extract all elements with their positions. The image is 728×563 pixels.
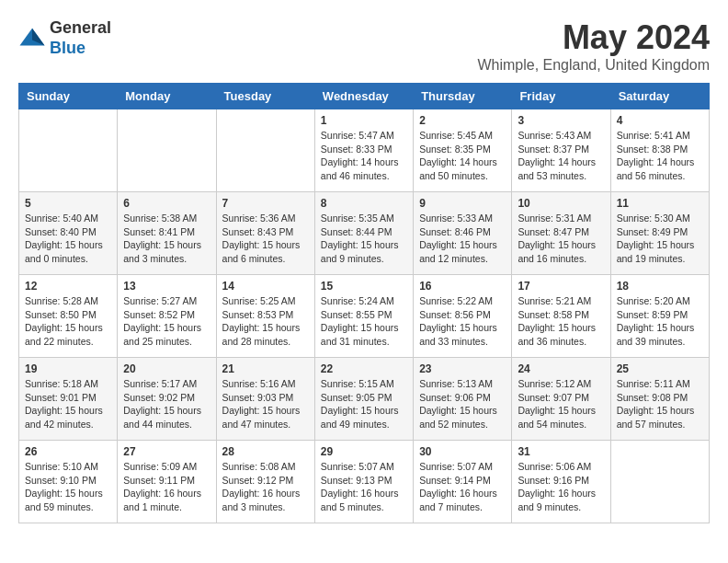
day-number: 31	[518, 445, 604, 458]
calendar-cell: 19Sunrise: 5:18 AM Sunset: 9:01 PM Dayli…	[19, 358, 118, 441]
day-info: Sunrise: 5:27 AM Sunset: 8:52 PM Dayligh…	[123, 294, 210, 349]
day-info: Sunrise: 5:15 AM Sunset: 9:05 PM Dayligh…	[321, 377, 407, 431]
day-number: 19	[25, 362, 111, 375]
header-day-monday: Monday	[118, 84, 216, 109]
day-info: Sunrise: 5:11 AM Sunset: 9:08 PM Dayligh…	[617, 377, 703, 431]
calendar-cell	[216, 109, 314, 192]
day-number: 7	[222, 197, 309, 210]
calendar-cell: 9Sunrise: 5:33 AM Sunset: 8:46 PM Daylig…	[414, 192, 512, 275]
header-day-wednesday: Wednesday	[314, 84, 413, 109]
day-info: Sunrise: 5:07 AM Sunset: 9:13 PM Dayligh…	[321, 460, 407, 514]
calendar-cell: 25Sunrise: 5:11 AM Sunset: 9:08 PM Dayli…	[610, 358, 709, 441]
day-number: 9	[419, 197, 506, 210]
week-row-2: 5Sunrise: 5:40 AM Sunset: 8:40 PM Daylig…	[19, 192, 710, 275]
calendar-cell: 16Sunrise: 5:22 AM Sunset: 8:56 PM Dayli…	[414, 275, 512, 358]
calendar-cell: 5Sunrise: 5:40 AM Sunset: 8:40 PM Daylig…	[19, 192, 118, 275]
logo-general: General	[50, 18, 111, 37]
logo-text: General Blue	[50, 18, 111, 58]
day-info: Sunrise: 5:06 AM Sunset: 9:16 PM Dayligh…	[518, 460, 604, 514]
day-number: 12	[25, 280, 111, 293]
logo: General Blue	[18, 18, 111, 58]
calendar-cell: 4Sunrise: 5:41 AM Sunset: 8:38 PM Daylig…	[610, 109, 709, 192]
day-info: Sunrise: 5:12 AM Sunset: 9:07 PM Dayligh…	[518, 377, 604, 431]
day-number: 25	[617, 362, 703, 375]
day-info: Sunrise: 5:31 AM Sunset: 8:47 PM Dayligh…	[518, 212, 604, 266]
calendar-cell: 21Sunrise: 5:16 AM Sunset: 9:03 PM Dayli…	[216, 358, 314, 441]
day-info: Sunrise: 5:18 AM Sunset: 9:01 PM Dayligh…	[25, 377, 111, 431]
calendar-cell: 8Sunrise: 5:35 AM Sunset: 8:44 PM Daylig…	[314, 192, 413, 275]
calendar-cell: 6Sunrise: 5:38 AM Sunset: 8:41 PM Daylig…	[118, 192, 216, 275]
day-info: Sunrise: 5:20 AM Sunset: 8:59 PM Dayligh…	[617, 294, 703, 349]
day-number: 18	[617, 280, 703, 293]
day-number: 15	[321, 280, 407, 293]
calendar-cell: 13Sunrise: 5:27 AM Sunset: 8:52 PM Dayli…	[118, 275, 216, 358]
day-info: Sunrise: 5:45 AM Sunset: 8:35 PM Dayligh…	[419, 129, 506, 183]
header-day-sunday: Sunday	[19, 84, 118, 109]
calendar-cell: 28Sunrise: 5:08 AM Sunset: 9:12 PM Dayli…	[216, 441, 314, 523]
day-number: 30	[419, 445, 506, 458]
day-info: Sunrise: 5:25 AM Sunset: 8:53 PM Dayligh…	[222, 294, 309, 349]
day-info: Sunrise: 5:24 AM Sunset: 8:55 PM Dayligh…	[321, 294, 407, 349]
month-title: May 2024	[477, 18, 710, 57]
day-number: 4	[617, 114, 703, 127]
day-info: Sunrise: 5:40 AM Sunset: 8:40 PM Dayligh…	[25, 212, 111, 266]
calendar-cell: 11Sunrise: 5:30 AM Sunset: 8:49 PM Dayli…	[610, 192, 709, 275]
day-info: Sunrise: 5:41 AM Sunset: 8:38 PM Dayligh…	[617, 129, 703, 183]
day-info: Sunrise: 5:43 AM Sunset: 8:37 PM Dayligh…	[518, 129, 604, 183]
day-info: Sunrise: 5:22 AM Sunset: 8:56 PM Dayligh…	[419, 294, 506, 349]
calendar-cell: 24Sunrise: 5:12 AM Sunset: 9:07 PM Dayli…	[512, 358, 610, 441]
calendar-cell	[610, 441, 709, 523]
day-info: Sunrise: 5:21 AM Sunset: 8:58 PM Dayligh…	[518, 294, 604, 349]
day-number: 17	[518, 280, 604, 293]
day-info: Sunrise: 5:47 AM Sunset: 8:33 PM Dayligh…	[321, 129, 407, 183]
day-number: 22	[321, 362, 407, 375]
calendar-cell: 10Sunrise: 5:31 AM Sunset: 8:47 PM Dayli…	[512, 192, 610, 275]
calendar-cell: 15Sunrise: 5:24 AM Sunset: 8:55 PM Dayli…	[314, 275, 413, 358]
title-area: May 2024 Whimple, England, United Kingdo…	[477, 18, 710, 74]
calendar-cell: 3Sunrise: 5:43 AM Sunset: 8:37 PM Daylig…	[512, 109, 610, 192]
day-number: 13	[123, 280, 210, 293]
calendar-cell: 29Sunrise: 5:07 AM Sunset: 9:13 PM Dayli…	[314, 441, 413, 523]
header-day-friday: Friday	[512, 84, 610, 109]
day-number: 27	[123, 445, 210, 458]
day-info: Sunrise: 5:28 AM Sunset: 8:50 PM Dayligh…	[25, 294, 111, 349]
calendar-cell	[118, 109, 216, 192]
calendar-cell: 23Sunrise: 5:13 AM Sunset: 9:06 PM Dayli…	[414, 358, 512, 441]
day-number: 16	[419, 280, 506, 293]
calendar-cell: 18Sunrise: 5:20 AM Sunset: 8:59 PM Dayli…	[610, 275, 709, 358]
day-number: 20	[123, 362, 210, 375]
calendar-table: SundayMondayTuesdayWednesdayThursdayFrid…	[18, 83, 710, 523]
calendar-cell: 26Sunrise: 5:10 AM Sunset: 9:10 PM Dayli…	[19, 441, 118, 523]
week-row-1: 1Sunrise: 5:47 AM Sunset: 8:33 PM Daylig…	[19, 109, 710, 192]
calendar-cell: 17Sunrise: 5:21 AM Sunset: 8:58 PM Dayli…	[512, 275, 610, 358]
day-number: 11	[617, 197, 703, 210]
day-info: Sunrise: 5:08 AM Sunset: 9:12 PM Dayligh…	[222, 460, 309, 514]
week-row-5: 26Sunrise: 5:10 AM Sunset: 9:10 PM Dayli…	[19, 441, 710, 523]
day-number: 24	[518, 362, 604, 375]
week-row-4: 19Sunrise: 5:18 AM Sunset: 9:01 PM Dayli…	[19, 358, 710, 441]
day-number: 28	[222, 445, 309, 458]
day-number: 21	[222, 362, 309, 375]
calendar-header: SundayMondayTuesdayWednesdayThursdayFrid…	[19, 84, 710, 109]
header-day-thursday: Thursday	[414, 84, 512, 109]
day-info: Sunrise: 5:33 AM Sunset: 8:46 PM Dayligh…	[419, 212, 506, 266]
day-info: Sunrise: 5:07 AM Sunset: 9:14 PM Dayligh…	[419, 460, 506, 514]
calendar-cell: 22Sunrise: 5:15 AM Sunset: 9:05 PM Dayli…	[314, 358, 413, 441]
day-info: Sunrise: 5:35 AM Sunset: 8:44 PM Dayligh…	[321, 212, 407, 266]
calendar-cell: 7Sunrise: 5:36 AM Sunset: 8:43 PM Daylig…	[216, 192, 314, 275]
header-row: SundayMondayTuesdayWednesdayThursdayFrid…	[19, 84, 710, 109]
page-header: General Blue May 2024 Whimple, England, …	[18, 18, 710, 74]
calendar-cell	[19, 109, 118, 192]
day-info: Sunrise: 5:10 AM Sunset: 9:10 PM Dayligh…	[25, 460, 111, 514]
day-info: Sunrise: 5:09 AM Sunset: 9:11 PM Dayligh…	[123, 460, 210, 514]
day-number: 10	[518, 197, 604, 210]
calendar-body: 1Sunrise: 5:47 AM Sunset: 8:33 PM Daylig…	[19, 109, 710, 523]
day-number: 2	[419, 114, 506, 127]
calendar-cell: 20Sunrise: 5:17 AM Sunset: 9:02 PM Dayli…	[118, 358, 216, 441]
week-row-3: 12Sunrise: 5:28 AM Sunset: 8:50 PM Dayli…	[19, 275, 710, 358]
header-day-tuesday: Tuesday	[216, 84, 314, 109]
day-number: 29	[321, 445, 407, 458]
calendar-cell: 27Sunrise: 5:09 AM Sunset: 9:11 PM Dayli…	[118, 441, 216, 523]
day-info: Sunrise: 5:30 AM Sunset: 8:49 PM Dayligh…	[617, 212, 703, 266]
location: Whimple, England, United Kingdom	[477, 57, 710, 74]
